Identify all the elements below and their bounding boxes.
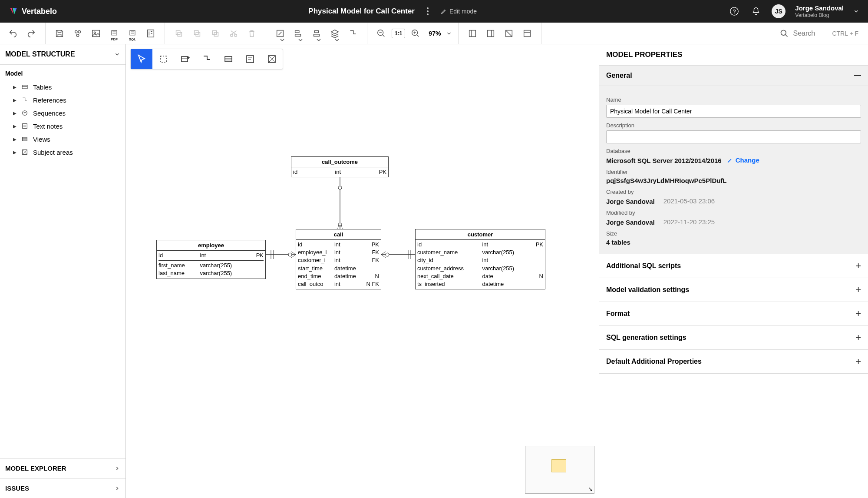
tree-subject-areas[interactable]: ▶Subject areas [5,146,120,159]
layers-button[interactable] [327,26,343,41]
add-area-tool[interactable] [261,49,283,69]
bell-icon[interactable] [750,5,762,17]
add-note-tool[interactable] [239,49,261,69]
xml-export-button[interactable] [143,26,158,41]
canvas-toolbar [130,49,283,70]
svg-line-51 [785,34,788,37]
save-button[interactable] [52,26,67,41]
svg-rect-52 [22,85,27,89]
brand-logo[interactable]: Vertabelo [9,7,57,16]
chevron-down-icon[interactable] [853,8,859,14]
zoom-in-button[interactable] [408,26,423,41]
delete-button [244,26,260,41]
search-icon [780,29,789,38]
user-name: Jorge Sandoval [795,4,844,12]
pencil-icon [441,8,447,14]
minimap-viewport [551,459,566,472]
input-name[interactable] [606,105,861,118]
table-row: idintPK [298,241,379,249]
table-row: customer_namevarchar(255) [417,249,543,256]
tree-sequences[interactable]: ▶Sequences [5,106,120,120]
route-button[interactable] [345,26,361,41]
svg-point-82 [386,253,389,256]
edit-mode-toggle[interactable]: Edit mode [441,8,477,15]
expand-icon: + [855,332,861,343]
layout-4-button[interactable] [519,26,535,41]
share-button[interactable] [70,26,86,41]
layout-3-button[interactable] [501,26,517,41]
align-left-button[interactable] [290,26,306,41]
properties-title: MODEL PROPERTIES [599,44,868,66]
svg-point-29 [231,34,233,37]
svg-line-38 [383,34,385,37]
zoom-ratio[interactable]: 1:1 [392,29,405,38]
section-additional-sql[interactable]: Additional SQL scripts+ [599,254,868,278]
chevron-down-icon [114,51,120,57]
label-modified: Modified by [606,209,861,216]
svg-rect-32 [295,30,299,33]
user-menu[interactable]: Jorge Sandoval Vertabelo Blog [795,4,844,18]
model-structure-header[interactable]: MODEL STRUCTURE [0,44,125,65]
user-avatar[interactable]: JS [772,4,785,18]
label-database: Database [606,148,861,154]
zoom-dropdown[interactable] [446,30,452,37]
model-explorer-toggle[interactable]: MODEL EXPLORER [0,458,125,478]
redo-button[interactable] [23,26,39,41]
layout-1-button[interactable] [465,26,480,41]
issues-toggle[interactable]: ISSUES [0,478,125,498]
section-general-header[interactable]: General [599,66,868,86]
section-default-props[interactable]: Default Additional Properties+ [599,350,868,373]
zoom-out-button[interactable] [373,26,389,41]
model-title: Physical Model for Call Center [308,7,415,16]
add-view-tool[interactable] [218,49,239,69]
section-sql-gen[interactable]: SQL generation settings+ [599,326,868,349]
table-row: next_call_datedateN [417,272,543,280]
section-format[interactable]: Format+ [599,302,868,325]
minimap-expand-icon[interactable]: ↘ [588,485,593,492]
tree-tables[interactable]: ▶Tables [5,80,120,93]
image-export-button[interactable] [88,26,104,41]
svg-rect-58 [23,137,27,141]
sql-export-button[interactable]: SQL [125,26,140,41]
marquee-tool[interactable] [152,49,174,69]
chevron-right-icon [114,465,120,471]
tree-references[interactable]: ▶References [5,93,120,106]
label-created: Created by [606,189,861,195]
diagram-canvas[interactable]: call_outcome idintPK call idintPK employ… [126,44,599,498]
entity-customer[interactable]: customer idintPK customer_namevarchar(25… [415,229,545,289]
minimap[interactable]: ↘ [525,446,594,494]
entity-call[interactable]: call idintPK employee_iintFK customer_ii… [296,229,381,289]
copy-button [171,26,187,41]
add-reference-tool[interactable] [196,49,218,69]
input-description[interactable] [606,130,861,143]
entity-employee[interactable]: employee idintPK first_namevarchar(255) … [156,240,266,279]
align-center-button[interactable] [309,26,324,41]
change-database-link[interactable]: Change [727,156,759,164]
svg-rect-34 [314,30,318,33]
search-input[interactable] [793,30,828,37]
label-name: Name [606,96,861,103]
help-icon[interactable]: ? [728,5,740,17]
svg-line-42 [417,34,419,37]
expand-icon: + [855,260,861,272]
svg-point-4 [427,10,429,12]
svg-rect-48 [524,30,531,37]
table-row: ts_inserteddatetime [417,280,543,288]
add-table-tool[interactable] [174,49,196,69]
modified-at: 2022-11-20 23:25 [663,218,715,226]
svg-point-8 [75,30,78,33]
undo-button[interactable] [5,26,21,41]
svg-point-30 [234,34,237,37]
select-tool[interactable] [131,49,152,69]
kebab-menu-icon[interactable] [422,5,434,17]
entity-call-outcome[interactable]: call_outcome idintPK [291,156,389,177]
section-validation[interactable]: Model validation settings+ [599,278,868,302]
tree-views[interactable]: ▶Views [5,133,120,146]
tree-text-notes[interactable]: ▶Text notes [5,120,120,133]
layout-2-button[interactable] [483,26,498,41]
created-by: Jorge Sandoval [606,198,655,205]
svg-point-3 [427,7,429,9]
svg-point-9 [78,30,81,33]
fit-button[interactable] [272,26,288,41]
pdf-export-button[interactable]: PDF [106,26,122,41]
